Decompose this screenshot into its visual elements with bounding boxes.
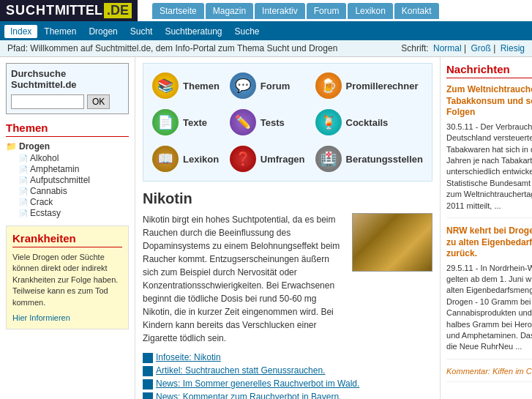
folder-icon: 📁 bbox=[6, 141, 17, 152]
news-item-1: Zum Weltnichtrauchertag: Tabakkonsum und… bbox=[446, 84, 532, 218]
forum-icon-label: Forum bbox=[261, 81, 290, 92]
subnav-suchtberatung[interactable]: Suchtberatung bbox=[159, 25, 228, 38]
article-link-4[interactable]: News: Kommentar zum Rauchverbot in Bayer… bbox=[156, 392, 341, 399]
icon-cocktails[interactable]: 🍹 Cocktails bbox=[312, 106, 426, 138]
ecstasy-item: 📄 Ecstasy bbox=[6, 208, 129, 218]
doc-icon-ecstasy: 📄 bbox=[19, 209, 28, 217]
nav-magazin[interactable]: Magazin bbox=[206, 3, 253, 19]
subnav-suche[interactable]: Suche bbox=[229, 25, 266, 38]
article-link-3[interactable]: News: Im Sommer generelles Rauchverbot i… bbox=[156, 379, 359, 389]
nav-lexikon[interactable]: Lexikon bbox=[348, 3, 392, 19]
nav-interaktiv[interactable]: Interaktiv bbox=[255, 3, 305, 19]
doc-icon-cannabis: 📄 bbox=[19, 187, 28, 195]
article: Nikotin Nikotin birgt ein hohes Suchtpot… bbox=[143, 190, 432, 399]
center-content: 📚 Themen 💬 Forum 🍺 Promillerechner 📄 Tex… bbox=[135, 57, 441, 399]
font-riesig-link[interactable]: Riesig bbox=[501, 43, 525, 53]
nav-forum[interactable]: Forum bbox=[307, 3, 347, 19]
link-icon-1 bbox=[143, 353, 153, 363]
doc-icon-aufputschmittel: 📄 bbox=[19, 176, 28, 184]
themen-section: Themen 📁 Drogen 📄 Alkohol 📄 Amphetamin 📄… bbox=[6, 122, 129, 218]
crack-link[interactable]: Crack bbox=[30, 197, 53, 207]
cannabis-link[interactable]: Cannabis bbox=[30, 186, 67, 196]
left-sidebar: Durchsuche Suchtmittel.de OK Themen 📁 Dr… bbox=[0, 57, 135, 399]
news-item-2: NRW kehrt bei Drogen ab Juni zu alten Ei… bbox=[446, 225, 532, 359]
search-button[interactable]: OK bbox=[87, 94, 110, 109]
icon-lexikon[interactable]: 📖 Lexikon bbox=[149, 143, 222, 175]
article-links: Infoseite: Nikotin Artikel: Suchtrauchen… bbox=[143, 352, 432, 399]
tests-icon-label: Tests bbox=[261, 117, 285, 128]
doc-icon-amphetamin: 📄 bbox=[19, 165, 28, 174]
subnav-index[interactable]: Index bbox=[4, 25, 37, 38]
subnav-drogen[interactable]: Drogen bbox=[83, 25, 123, 38]
article-link-item: News: Im Sommer generelles Rauchverbot i… bbox=[143, 379, 432, 389]
icon-tests[interactable]: ✏️ Tests bbox=[227, 106, 308, 138]
breadcrumb-bar: Pfad: Willkommen auf Suchtmittel.de, dem… bbox=[0, 40, 532, 57]
icon-texte[interactable]: 📄 Texte bbox=[149, 106, 222, 138]
forum-icon: 💬 bbox=[230, 72, 256, 99]
krankheiten-title: Krankheiten bbox=[12, 232, 122, 247]
alkohol-link[interactable]: Alkohol bbox=[30, 153, 59, 163]
link-icon-3 bbox=[143, 379, 153, 389]
search-form: OK bbox=[11, 94, 124, 109]
amphetamin-item: 📄 Amphetamin bbox=[6, 164, 129, 174]
nav-startseite[interactable]: Startseite bbox=[152, 3, 204, 19]
font-normal-link[interactable]: Normal bbox=[433, 43, 462, 53]
article-link-item: Artikel: Suchtrauchen statt Genussrauche… bbox=[143, 365, 432, 376]
news-title-2: NRW kehrt bei Drogen ab Juni zu alten Ei… bbox=[446, 225, 532, 260]
amphetamin-link[interactable]: Amphetamin bbox=[30, 164, 79, 174]
icon-umfragen[interactable]: ❓ Umfragen bbox=[227, 143, 308, 175]
main-layout: Durchsuche Suchtmittel.de OK Themen 📁 Dr… bbox=[0, 57, 532, 399]
krankheiten-section: Krankheiten Viele Drogen oder Süchte kön… bbox=[6, 225, 129, 329]
lexikon-icon: 📖 bbox=[152, 146, 179, 172]
logo: SUCHT MITTEL .DE bbox=[0, 0, 138, 21]
nav-kontakt[interactable]: Kontakt bbox=[394, 3, 439, 19]
news-text-2: 29.5.11 - In Nordrhein-Westfalen gelten … bbox=[446, 263, 532, 353]
article-title: Nikotin bbox=[143, 190, 432, 207]
article-image bbox=[352, 213, 432, 345]
article-link-2[interactable]: Artikel: Suchtrauchen statt Genussrauche… bbox=[156, 365, 325, 376]
nachrichten-title: Nachrichten bbox=[446, 63, 532, 78]
drogen-link[interactable]: Drogen bbox=[19, 141, 50, 152]
icon-promillerechner[interactable]: 🍺 Promillerechner bbox=[312, 70, 426, 102]
icon-forum[interactable]: 💬 Forum bbox=[227, 70, 308, 102]
krankheiten-text: Viele Drogen oder Süchte können direkt o… bbox=[12, 252, 122, 308]
themen-icon: 📚 bbox=[152, 72, 179, 99]
news-text-1: 30.5.11 - Der Verbrauch von in Deutschla… bbox=[446, 122, 532, 212]
aufputschmittel-link[interactable]: Aufputschmittel bbox=[30, 175, 90, 185]
article-body: Nikotin birgt ein hohes Suchtpotential, … bbox=[143, 213, 432, 345]
link-icon-2 bbox=[143, 366, 153, 376]
ecstasy-link[interactable]: Ecstasy bbox=[30, 208, 61, 218]
news-item-3: Kommentar: Kiffen im Club bbox=[446, 367, 532, 382]
search-input[interactable] bbox=[11, 94, 84, 109]
krankheiten-link[interactable]: Hier Informieren bbox=[12, 313, 70, 322]
news-link-1[interactable]: Zum Weltnichtrauchertag: Tabakkonsum und… bbox=[446, 84, 532, 117]
article-link-item: News: Kommentar zum Rauchverbot in Bayer… bbox=[143, 392, 432, 399]
drogen-tree: 📁 Drogen 📄 Alkohol 📄 Amphetamin 📄 Aufput… bbox=[6, 141, 129, 218]
font-size-controls: Schrift: Normal | Groß | Riesig bbox=[401, 43, 525, 53]
crack-item: 📄 Crack bbox=[6, 197, 129, 207]
font-gross-link[interactable]: Groß bbox=[471, 43, 491, 53]
article-text: Nikotin birgt ein hohes Suchtpotential, … bbox=[143, 213, 345, 345]
drogen-parent: 📁 Drogen bbox=[6, 141, 129, 152]
tests-icon: ✏️ bbox=[230, 109, 256, 135]
icon-beratungsstellen[interactable]: 🏥 Beratungsstellen bbox=[312, 143, 426, 175]
promillerechner-icon: 🍺 bbox=[315, 72, 342, 99]
cocktails-icon-label: Cocktails bbox=[346, 117, 389, 128]
doc-icon-alkohol: 📄 bbox=[19, 154, 28, 163]
subnav-themen[interactable]: Themen bbox=[38, 25, 82, 38]
search-title: Durchsuche Suchtmittel.de bbox=[11, 68, 124, 90]
aufputschmittel-item: 📄 Aufputschmittel bbox=[6, 175, 129, 185]
cigarettes-image bbox=[352, 213, 432, 272]
umfragen-icon: ❓ bbox=[230, 146, 256, 172]
icon-themen[interactable]: 📚 Themen bbox=[149, 70, 222, 102]
top-navigation: Startseite Magazin Interaktiv Forum Lexi… bbox=[138, 3, 532, 19]
subnav-sucht[interactable]: Sucht bbox=[124, 25, 159, 38]
breadcrumb-text: Pfad: Willkommen auf Suchtmittel.de, dem… bbox=[7, 43, 337, 53]
article-link-1[interactable]: Infoseite: Nikotin bbox=[156, 352, 221, 362]
font-label: Schrift: bbox=[401, 43, 428, 53]
beratungsstellen-icon: 🏥 bbox=[315, 146, 342, 172]
news-link-2[interactable]: NRW kehrt bei Drogen ab Juni zu alten Ei… bbox=[446, 225, 532, 258]
right-sidebar: Nachrichten Zum Weltnichtrauchertag: Tab… bbox=[441, 57, 532, 399]
nachrichten-section: Nachrichten Zum Weltnichtrauchertag: Tab… bbox=[446, 63, 532, 382]
news-title-1: Zum Weltnichtrauchertag: Tabakkonsum und… bbox=[446, 84, 532, 119]
